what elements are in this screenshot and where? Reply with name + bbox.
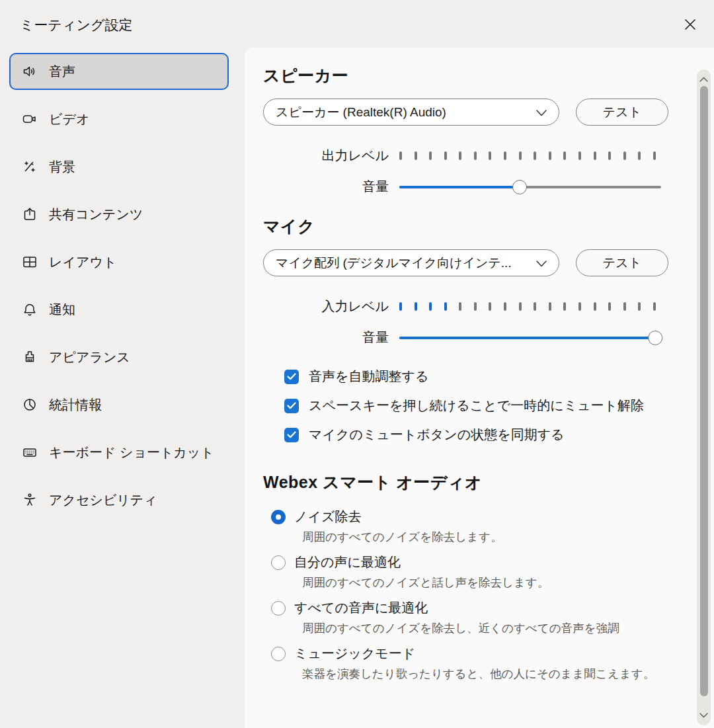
paintbrush-icon <box>22 349 38 365</box>
scroll-down-icon[interactable] <box>697 708 711 723</box>
checkbox-checked-icon[interactable] <box>284 399 299 413</box>
level-tick <box>399 302 402 311</box>
radio-icon[interactable] <box>271 555 286 570</box>
level-tick <box>578 302 581 311</box>
radio-row[interactable]: すべての音声に最適化 <box>271 599 670 617</box>
speaker-heading: スピーカー <box>263 65 670 87</box>
input-level-label: 入力レベル <box>263 298 399 315</box>
microphone-volume-label: 音量 <box>263 329 399 346</box>
radio-icon[interactable] <box>271 647 286 661</box>
level-tick <box>608 302 611 311</box>
level-tick <box>489 302 491 311</box>
sidebar-item-label: 音声 <box>49 63 75 81</box>
level-tick <box>504 302 506 311</box>
sidebar-item-label: アピアランス <box>49 348 130 366</box>
microphone-test-button[interactable]: テスト <box>576 249 668 276</box>
level-tick <box>399 151 402 160</box>
speaker-test-button[interactable]: テスト <box>576 99 668 126</box>
sidebar-item-9[interactable]: アクセシビリティ <box>9 481 229 518</box>
sidebar-item-0[interactable]: 音声 <box>9 53 229 90</box>
microphone-volume-slider[interactable] <box>399 330 661 346</box>
speaker-device-select[interactable]: スピーカー (Realtek(R) Audio) <box>263 99 559 126</box>
radio-icon[interactable] <box>271 601 286 616</box>
slider-thumb[interactable] <box>512 180 527 194</box>
close-button[interactable] <box>680 15 701 36</box>
slider-thumb[interactable] <box>648 331 662 345</box>
sidebar-item-label: ビデオ <box>49 110 89 128</box>
checkbox-row-0[interactable]: 音声を自動調整する <box>284 368 670 385</box>
level-tick <box>653 302 656 311</box>
radio-label: すべての音声に最適化 <box>294 599 428 617</box>
speaker-volume-slider[interactable] <box>399 179 661 195</box>
level-tick <box>594 302 596 311</box>
radio-description: 周囲のすべてのノイズと話し声を除去します。 <box>302 575 670 590</box>
radio-description: 楽器を演奏したり歌ったりすると、他の人にそのまま聞こえます。 <box>302 666 670 682</box>
level-tick <box>429 302 432 311</box>
stats-icon <box>22 397 38 413</box>
checkbox-checked-icon[interactable] <box>284 370 299 384</box>
sidebar-item-2[interactable]: 背景 <box>9 148 229 185</box>
level-tick <box>563 302 566 311</box>
sidebar-item-5[interactable]: 通知 <box>9 291 229 328</box>
scrollbar-thumb[interactable] <box>700 86 708 696</box>
sidebar-item-3[interactable]: 共有コンテンツ <box>9 196 229 233</box>
output-level-meter <box>399 151 656 161</box>
level-tick <box>549 302 551 311</box>
smart-audio-option-1: 自分の声に最適化周囲のすべてのノイズと話し声を除去します。 <box>271 553 670 590</box>
level-tick <box>623 302 626 311</box>
radio-row[interactable]: ミュージックモード <box>271 645 670 663</box>
sidebar-item-8[interactable]: キーボード ショートカット <box>9 434 229 471</box>
level-tick <box>444 302 447 311</box>
level-tick <box>444 151 447 160</box>
level-tick <box>459 302 461 311</box>
radio-label: 自分の声に最適化 <box>294 553 401 571</box>
output-level-label: 出力レベル <box>263 147 399 165</box>
radio-label: ミュージックモード <box>294 645 415 663</box>
checkbox-label: 音声を自動調整する <box>309 368 428 385</box>
level-tick <box>429 151 432 160</box>
level-tick <box>638 151 641 160</box>
chevron-down-icon <box>536 105 547 120</box>
slider-fill <box>399 186 520 188</box>
microphone-device-value: マイク配列 (デジタルマイク向けインテ... <box>276 255 512 272</box>
microphone-device-select[interactable]: マイク配列 (デジタルマイク向けインテ... <box>263 249 559 276</box>
sidebar-item-label: 背景 <box>49 158 75 176</box>
level-tick <box>623 151 626 160</box>
sidebar-item-7[interactable]: 統計情報 <box>9 386 229 423</box>
level-tick <box>563 151 566 160</box>
level-tick <box>459 151 461 160</box>
radio-selected-icon[interactable] <box>271 510 286 524</box>
checkbox-checked-icon[interactable] <box>284 428 299 442</box>
close-icon <box>684 19 696 32</box>
titlebar: ミーティング設定 <box>0 0 714 48</box>
video-icon <box>22 111 38 127</box>
speaker-device-value: スピーカー (Realtek(R) Audio) <box>276 104 446 121</box>
level-tick <box>519 151 522 160</box>
slider-fill <box>399 337 661 339</box>
magic-wand-icon <box>22 159 38 175</box>
checkbox-row-1[interactable]: スペースキーを押し続けることで一時的にミュート解除 <box>284 397 670 415</box>
smart-audio-option-0: ノイズ除去周囲のすべてのノイズを除去します。 <box>271 508 670 545</box>
sidebar-item-4[interactable]: レイアウト <box>9 243 229 280</box>
speaker-icon <box>22 63 38 79</box>
sidebar-item-label: 通知 <box>49 301 75 319</box>
scrollbar[interactable] <box>697 69 711 725</box>
checkbox-label: マイクのミュートボタンの状態を同期する <box>309 426 565 444</box>
smart-audio-heading: Webex スマート オーディオ <box>263 471 670 493</box>
radio-description: 周囲のすべてのノイズを除去し、近くのすべての音声を強調 <box>302 620 670 636</box>
sidebar-item-label: 統計情報 <box>49 396 102 414</box>
sidebar-item-1[interactable]: ビデオ <box>9 101 229 138</box>
scroll-up-icon[interactable] <box>697 72 711 87</box>
sidebar-item-6[interactable]: アピアランス <box>9 339 229 376</box>
share-icon <box>22 206 38 222</box>
chevron-down-icon <box>536 256 547 270</box>
radio-row[interactable]: ノイズ除去 <box>271 508 670 526</box>
checkbox-label: スペースキーを押し続けることで一時的にミュート解除 <box>309 397 644 415</box>
level-tick <box>549 151 551 160</box>
level-tick <box>474 302 477 311</box>
settings-panel: スピーカー スピーカー (Realtek(R) Audio) テスト 出力レベル… <box>245 48 714 728</box>
accessibility-icon <box>22 492 38 508</box>
radio-row[interactable]: 自分の声に最適化 <box>271 553 670 571</box>
checkbox-row-2[interactable]: マイクのミュートボタンの状態を同期する <box>284 426 670 444</box>
level-tick <box>489 151 491 160</box>
